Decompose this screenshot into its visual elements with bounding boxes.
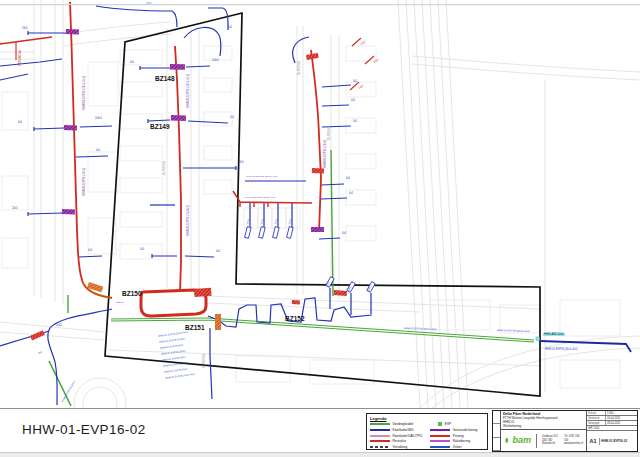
doc-number: HHW-01-EVP16-02: [600, 439, 628, 444]
date1-value: 16-04-2021: [606, 416, 621, 420]
legend: Legenda VoedingskabelKlantkabel MGKlantk…: [366, 413, 488, 450]
page-edge-rule: [0, 4, 640, 5]
red-trunk-network: [0, 2, 374, 316]
legend-item: Voedingskabel: [370, 422, 422, 426]
bam-logo: bam: [512, 436, 531, 445]
titleblock-contact-b: Tel. 0182 590 500 www.baminfra.nl: [564, 435, 583, 445]
sheet-title: HHW-01-EVP16-02: [22, 422, 146, 437]
scale-label: Schaal: [587, 411, 606, 415]
titleblock-doctype: Werktekening: [503, 424, 584, 428]
legend-sample: [370, 440, 390, 442]
legend-item: Persing: [430, 434, 477, 438]
date2-label: Gewijzigd: [587, 421, 606, 425]
drawing-sheet: BZ148BZ149BZ150BZ151BZ152HHW-ABC1004BUSE…: [0, 0, 640, 457]
legend-label: Raketboring: [453, 439, 470, 443]
legend-label: Klantkabel DAC/TPU: [393, 434, 423, 438]
legend-item: EVP: [430, 422, 477, 426]
legend-item: Retourlus: [370, 439, 422, 443]
legend-sample: [370, 446, 390, 448]
closure-blocks: [30, 29, 347, 341]
legend-label: Klantkabel MG: [393, 428, 414, 432]
bam-leaf-icon: [504, 436, 509, 445]
legend-sample: [430, 429, 450, 431]
date1-label: Getekend: [587, 416, 606, 420]
legend-item: Zinker: [430, 445, 477, 449]
map-canvas: [0, 0, 640, 408]
legend-sample: [370, 429, 390, 431]
legend-sample: [370, 423, 390, 425]
legend-sample: [370, 435, 390, 437]
titleblock-contact-a: Zuidbaan 501 2841 MD Moordrecht: [542, 435, 561, 445]
highlight-chip: [536, 337, 540, 341]
legend-item: Klantkabel MG: [370, 428, 422, 432]
legend-sample: [430, 446, 450, 448]
legend-sample: [438, 422, 442, 426]
titleblock-revision-rail: [493, 411, 501, 451]
legend-label: Voedingskabel: [393, 422, 414, 426]
page-edge-bottom: [0, 452, 640, 457]
format-value: A1: [587, 438, 600, 445]
code-value: GIP-2104: [587, 426, 600, 430]
legend-label: Zinker: [453, 445, 462, 449]
titleblock-fields: Schaal1:500 Getekend16-04-2021 Gewijzigd…: [587, 411, 637, 451]
legend-label: Vertakking: [393, 445, 408, 449]
legend-item: Vertakking: [370, 445, 422, 449]
legend-label: Persing: [453, 434, 464, 438]
legend-title: Legenda: [370, 416, 484, 421]
titleblock-info: Delta Fiber Nederland FTTH Wieken-Langed…: [501, 411, 586, 430]
titleblock: Delta Fiber Nederland FTTH Wieken-Langed…: [492, 410, 638, 452]
legend-label: Gestuurde boring: [453, 428, 478, 432]
legend-column-right: EVPGestuurde boringPersingRaketboringZin…: [430, 422, 477, 449]
legend-label: EVP: [445, 422, 451, 426]
legend-sample: [430, 440, 450, 442]
legend-item: Klantkabel DAC/TPU: [370, 434, 422, 438]
basemap-buildings: [2, 46, 620, 388]
contact-line: 2841 MD Moordrecht: [542, 439, 561, 446]
legend-column-left: VoedingskabelKlantkabel MGKlantkabel DAC…: [370, 422, 422, 449]
date2-value: 28-04-2021: [606, 421, 621, 425]
legend-item: Raketboring: [430, 439, 477, 443]
divider: [536, 434, 537, 448]
legend-item: Gestuurde boring: [430, 428, 477, 432]
bottom-strip: HHW-01-EVP16-02 Legenda VoedingskabelKla…: [0, 408, 640, 453]
legend-sample: [430, 435, 450, 437]
scale-value: 1:500: [606, 411, 615, 415]
contact-line: www.baminfra.nl: [564, 442, 583, 445]
legend-label: Retourlus: [393, 439, 407, 443]
